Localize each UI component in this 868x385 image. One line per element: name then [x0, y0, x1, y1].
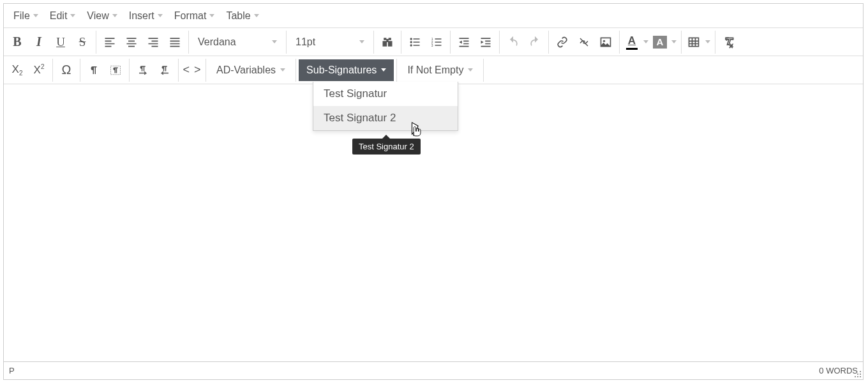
- svg-rect-13: [857, 374, 858, 375]
- caret-icon: [280, 68, 285, 72]
- svg-rect-12: [860, 374, 861, 375]
- indent-icon: [479, 36, 492, 49]
- text-color-swatch: [626, 48, 638, 50]
- rtl-button[interactable]: [154, 59, 176, 81]
- undo-icon: [507, 36, 520, 49]
- sub-signatures-button[interactable]: Sub-Signatures: [299, 59, 394, 81]
- redo-button[interactable]: [524, 31, 546, 53]
- menu-edit[interactable]: Edit: [44, 6, 82, 26]
- font-family-value: Verdana: [198, 36, 266, 48]
- find-replace-button[interactable]: [377, 31, 398, 53]
- align-justify-button[interactable]: [164, 31, 186, 53]
- separator: [188, 31, 189, 54]
- separator: [548, 31, 549, 54]
- underline-button[interactable]: U: [50, 31, 71, 53]
- bold-button[interactable]: B: [6, 31, 28, 53]
- outdent-icon: [458, 36, 470, 49]
- svg-point-0: [410, 38, 412, 40]
- svg-rect-15: [857, 376, 858, 377]
- separator: [286, 31, 287, 54]
- separator: [80, 59, 80, 82]
- separator: [373, 31, 374, 54]
- separator: [715, 31, 715, 54]
- sub-signatures-dropdown: Test Signatur Test Signatur 2: [313, 82, 458, 131]
- element-path[interactable]: P: [9, 366, 15, 375]
- caret-icon: [705, 40, 710, 43]
- remove-link-button[interactable]: [573, 31, 595, 53]
- caret-icon: [209, 14, 214, 17]
- align-right-icon: [147, 36, 160, 49]
- italic-button[interactable]: I: [28, 31, 50, 53]
- pilcrow-dotted-icon: [110, 64, 121, 76]
- numbered-list-button[interactable]: 123: [426, 31, 447, 53]
- ad-variables-button[interactable]: AD-Variables: [209, 59, 293, 81]
- menu-label: File: [13, 10, 30, 22]
- show-blocks-button[interactable]: [105, 59, 126, 81]
- menu-file[interactable]: File: [8, 6, 44, 26]
- ad-variables-label: AD-Variables: [216, 64, 276, 76]
- caret-icon: [112, 14, 117, 17]
- align-center-button[interactable]: [121, 31, 142, 53]
- separator: [52, 59, 53, 82]
- separator: [681, 31, 682, 54]
- outdent-button[interactable]: [453, 31, 475, 53]
- text-color-button[interactable]: A: [622, 31, 650, 53]
- bg-color-button[interactable]: A: [650, 31, 678, 53]
- menu-format[interactable]: Format: [168, 6, 221, 26]
- dropdown-item-test-signatur-2[interactable]: Test Signatur 2: [313, 106, 458, 130]
- separator: [401, 31, 401, 54]
- indent-button[interactable]: [475, 31, 497, 53]
- svg-point-7: [603, 40, 605, 42]
- superscript-icon: X2: [34, 63, 45, 77]
- source-code-button[interactable]: < >: [181, 59, 203, 81]
- svg-rect-16: [855, 376, 856, 377]
- strikethrough-button[interactable]: S: [71, 31, 93, 53]
- font-size-select[interactable]: 11pt: [289, 31, 371, 53]
- separator: [96, 31, 96, 54]
- menu-label: Insert: [129, 10, 154, 22]
- undo-button[interactable]: [502, 31, 524, 53]
- subscript-icon: X2: [12, 63, 23, 77]
- svg-rect-8: [689, 38, 699, 46]
- numbered-list-icon: 123: [430, 36, 443, 49]
- menu-table[interactable]: Table: [220, 6, 264, 26]
- word-count: 0 WORDS: [819, 366, 858, 375]
- text-color-icon: A: [628, 34, 636, 47]
- align-left-button[interactable]: [99, 31, 121, 53]
- bullet-list-button[interactable]: [404, 31, 426, 53]
- subscript-button[interactable]: X2: [6, 59, 28, 81]
- special-char-button[interactable]: Ω: [56, 59, 77, 81]
- pilcrow-icon: [88, 64, 100, 76]
- ltr-icon: [137, 64, 149, 76]
- dropdown-item-test-signatur[interactable]: Test Signatur: [313, 82, 458, 106]
- separator: [178, 59, 179, 82]
- align-right-button[interactable]: [142, 31, 164, 53]
- caret-icon: [381, 68, 386, 72]
- table-button[interactable]: [684, 31, 712, 53]
- svg-rect-14: [860, 376, 861, 377]
- if-not-empty-label: If Not Empty: [407, 64, 463, 76]
- separator: [296, 59, 296, 82]
- show-invisibles-button[interactable]: [83, 59, 105, 81]
- menu-insert[interactable]: Insert: [123, 6, 168, 26]
- caret-icon: [671, 40, 677, 43]
- if-not-empty-button[interactable]: If Not Empty: [400, 59, 481, 81]
- unlink-icon: [578, 36, 590, 48]
- separator: [206, 59, 206, 82]
- caret-icon: [70, 14, 75, 17]
- svg-text:T: T: [725, 36, 729, 42]
- separator: [619, 31, 620, 54]
- resize-grip[interactable]: [854, 370, 862, 378]
- ltr-button[interactable]: [132, 59, 154, 81]
- font-family-select[interactable]: Verdana: [191, 31, 283, 53]
- bg-color-icon: A: [653, 36, 667, 49]
- font-size-value: 11pt: [296, 36, 353, 48]
- toolbar-row-1: B I U S Verdana 11pt 123 A: [4, 28, 863, 56]
- clear-formatting-button[interactable]: T: [718, 31, 740, 53]
- insert-link-button[interactable]: [551, 31, 573, 53]
- menu-view[interactable]: View: [81, 6, 123, 26]
- svg-point-1: [410, 41, 412, 43]
- superscript-button[interactable]: X2: [28, 59, 50, 81]
- menu-label: View: [87, 10, 108, 22]
- insert-image-button[interactable]: [595, 31, 617, 53]
